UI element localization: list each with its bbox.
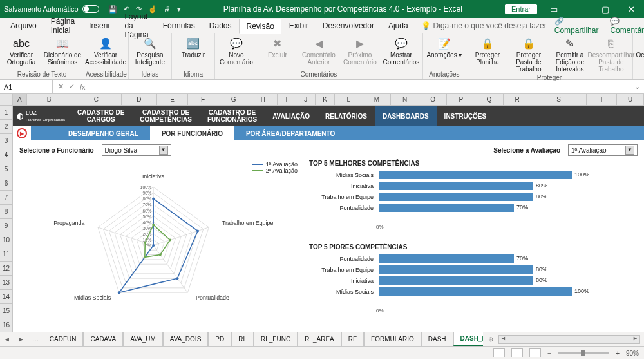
proteger-planilha[interactable]: 🔒Proteger Planilha	[468, 36, 507, 67]
zoom-out-button[interactable]: −	[547, 350, 551, 357]
ribbon-tab-arquivo[interactable]: Arquivo	[4, 19, 43, 33]
sheet-tab-cadava[interactable]: CADAVA	[83, 332, 123, 346]
subtab-desempenho-geral[interactable]: DESEMPENHO GERAL	[57, 126, 150, 140]
row-header[interactable]: 14	[0, 290, 12, 304]
evaluation-dropdown[interactable]: 1ª Avaliação▼	[568, 144, 638, 156]
row-header[interactable]: 11	[0, 247, 12, 262]
maximize-icon[interactable]: ▢	[596, 5, 614, 14]
row-header[interactable]: 7	[0, 191, 12, 205]
column-header[interactable]: R	[504, 94, 532, 105]
row-header[interactable]: 5	[0, 162, 12, 176]
zoom-level[interactable]: 90%	[626, 350, 639, 357]
sheet-nav-more[interactable]: …	[28, 336, 43, 343]
cancel-formula-icon[interactable]: ✕	[58, 82, 64, 91]
dash-tab-instru-es[interactable]: INSTRUÇÕES	[437, 106, 495, 126]
mostrar-comentarios[interactable]: 💬Mostrar Comentários	[381, 36, 421, 67]
zoom-in-button[interactable]: +	[616, 350, 620, 357]
zoom-slider[interactable]	[558, 352, 609, 354]
proteger-pasta[interactable]: 🔒Proteger Pasta de Trabalho	[509, 36, 549, 74]
sheet-nav-prev[interactable]: ◄	[0, 336, 14, 343]
sheet-tab-cadfun[interactable]: CADFUN	[43, 332, 84, 346]
dash-tab-relat-rios[interactable]: RELATÓRIOS	[317, 106, 375, 126]
pesquisa-inteligente[interactable]: 🔍Pesquisa Inteligente	[130, 36, 170, 67]
column-header[interactable]: G	[218, 94, 249, 105]
dash-tab-avalia-o[interactable]: AVALIAÇÃO	[265, 106, 317, 126]
share-button[interactable]: 🔗 Compartilhar	[549, 15, 604, 36]
row-header[interactable]: 2	[0, 120, 12, 134]
close-icon[interactable]: ✕	[622, 5, 640, 14]
ribbon-options-icon[interactable]: ▭	[545, 5, 563, 14]
row-header[interactable]: 8	[0, 205, 12, 219]
page-break-button[interactable]	[529, 348, 541, 357]
column-header[interactable]: B	[27, 94, 71, 105]
row-header[interactable]: 9	[0, 219, 12, 233]
row-header[interactable]: 6	[0, 176, 12, 191]
novo-comentario[interactable]: 💬Novo Comentário	[216, 36, 256, 67]
column-header[interactable]: Q	[475, 94, 504, 105]
dash-tab-cadastro-de-funcion-rios[interactable]: CADASTRO DEFUNCIONÁRIOS	[200, 106, 265, 126]
row-header[interactable]: 13	[0, 276, 12, 290]
row-header[interactable]: 15	[0, 304, 12, 318]
column-header[interactable]: A	[13, 94, 27, 105]
fx-icon[interactable]: fx	[80, 83, 86, 91]
play-button[interactable]: ▶	[13, 126, 31, 140]
ribbon-tab-ajuda[interactable]: Ajuda	[382, 19, 415, 33]
horizontal-scrollbar[interactable]	[498, 335, 640, 344]
comments-button[interactable]: 💬 Comentários	[605, 15, 644, 36]
column-header[interactable]: E	[157, 94, 188, 105]
row-header[interactable]: 3	[0, 134, 12, 148]
column-header[interactable]: J	[296, 94, 316, 105]
sheet-tab-ava_um[interactable]: AVA_UM	[123, 332, 163, 346]
row-header[interactable]: 4	[0, 148, 12, 162]
name-box[interactable]: A1	[0, 80, 53, 93]
column-header[interactable]: M	[363, 94, 392, 105]
employee-dropdown[interactable]: Diogo Silva▼	[102, 144, 171, 156]
ribbon-tab-revisão[interactable]: Revisão	[239, 19, 281, 34]
column-header[interactable]: U	[617, 94, 644, 105]
subtab-por-funcion-rio[interactable]: POR FUNCIONÁRIO	[150, 126, 234, 140]
new-sheet-button[interactable]: ⊕	[483, 336, 498, 343]
column-header[interactable]: O	[419, 94, 448, 105]
sheet-tab-rf[interactable]: RF	[341, 332, 364, 346]
redo-icon[interactable]: ↷	[136, 5, 142, 14]
sheet-tab-ava_dois[interactable]: AVA_DOIS	[163, 332, 209, 346]
column-header[interactable]: C	[71, 94, 121, 105]
column-header[interactable]: S	[531, 94, 586, 105]
ribbon-tab-inserir[interactable]: Inserir	[82, 19, 117, 33]
row-header[interactable]: 10	[0, 233, 12, 247]
column-header[interactable]: K	[316, 94, 335, 105]
dash-tab-dashboards[interactable]: DASHBOARDS	[375, 106, 437, 126]
ribbon-tab-exibir[interactable]: Exibir	[283, 19, 315, 33]
formula-expand-icon[interactable]: ⌄	[630, 82, 644, 91]
undo-icon[interactable]: ↶	[124, 5, 129, 14]
ribbon-tab-fórmulas[interactable]: Fórmulas	[156, 19, 202, 33]
permitir-edicao[interactable]: ✎Permitir a Edição de Intervalos	[550, 36, 590, 74]
enter-formula-icon[interactable]: ✓	[69, 82, 75, 91]
verificar-ortografia[interactable]: abcVerificar Ortografia	[1, 36, 41, 67]
dash-tab-cadastro-de-compet-ncias[interactable]: CADASTRO DECOMPETÊNCIAS	[132, 106, 200, 126]
sheet-nav-next[interactable]: ►	[14, 336, 28, 343]
autosave-toggle[interactable]: Salvamento Automático	[4, 5, 99, 13]
page-layout-button[interactable]	[511, 348, 523, 357]
row-header[interactable]: 12	[0, 262, 12, 276]
sheet-tab-dash[interactable]: DASH	[421, 332, 453, 346]
save-icon[interactable]: 💾	[108, 5, 117, 14]
subtab-por-rea-departamento[interactable]: POR ÁREA/DEPARTAMENTO	[234, 126, 346, 140]
sheet-tab-rl[interactable]: RL	[231, 332, 254, 346]
print-icon[interactable]: 🖨	[164, 5, 171, 14]
verificar-acessibilidade[interactable]: 👤Verificar Acessibilidade	[86, 36, 126, 67]
anotacoes[interactable]: 📝Anotações ▾	[424, 36, 464, 60]
touch-mode-icon[interactable]: ☝	[148, 5, 157, 14]
sheet-tab-rl_func[interactable]: RL_FUNC	[254, 332, 298, 346]
column-header[interactable]: I	[278, 94, 297, 105]
column-header[interactable]: P	[447, 94, 475, 105]
column-header[interactable]: D	[122, 94, 158, 105]
select-all-corner[interactable]	[0, 94, 12, 106]
tell-me-search[interactable]: 💡Diga-me o que você deseja fazer	[421, 21, 547, 30]
normal-view-button[interactable]	[493, 348, 505, 357]
dicionario-sinonimos[interactable]: 📖Dicionário de Sinônimos	[43, 36, 82, 67]
qat-more-icon[interactable]: ▾	[177, 5, 181, 14]
sheet-tab-formulario[interactable]: FORMULARIO	[364, 332, 421, 346]
dash-tab-cadastro-de-cargos[interactable]: CADASTRO DECARGOS	[70, 106, 132, 126]
column-header[interactable]: T	[587, 94, 618, 105]
